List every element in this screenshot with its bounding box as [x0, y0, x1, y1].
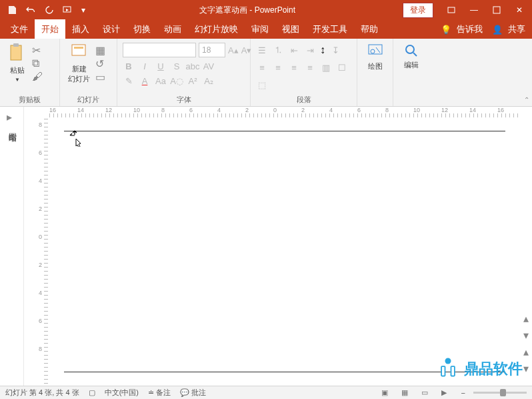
decrease-font-icon[interactable]: A▾: [241, 44, 252, 56]
change-case-icon[interactable]: Aa: [155, 75, 167, 87]
svg-rect-4: [13, 43, 19, 47]
zoom-out-icon[interactable]: −: [461, 389, 465, 397]
clear-format-icon[interactable]: A◌: [171, 75, 183, 87]
ribbon: 粘贴 ▼ ✂ ⧉ 🖌 剪贴板 新建 幻灯片 ▦ ↺ ▭ 幻灯片: [0, 39, 532, 107]
cut-icon[interactable]: ✂: [32, 44, 44, 55]
group-font: A▴ A▾ B I U S abc AV ✎ A Aa A◌ A² A₂ 字体: [117, 39, 251, 106]
group-slides: 新建 幻灯片 ▦ ↺ ▭ 幻灯片: [60, 39, 117, 106]
tab-view[interactable]: 视图: [275, 19, 306, 39]
slide-canvas[interactable]: [49, 119, 520, 375]
strike-icon[interactable]: S: [171, 60, 183, 72]
align-left-icon[interactable]: ≡: [256, 61, 268, 73]
svg-point-9: [406, 45, 414, 53]
group-paragraph: ☰ ⒈ ⇤ ⇥ ↕ ↧ ≡ ≡ ≡ ≡ ▥ ☐ ⬚ 段落: [251, 39, 357, 106]
sorter-view-icon[interactable]: ▦: [401, 388, 413, 398]
subscript-icon[interactable]: A₂: [203, 75, 215, 87]
tab-tellme[interactable]: 告诉我: [454, 19, 485, 39]
outline-pane: ▸ 缩略图: [0, 107, 24, 386]
reading-view-icon[interactable]: ▭: [421, 388, 433, 398]
tab-home[interactable]: 开始: [35, 19, 65, 39]
align-center-icon[interactable]: ≡: [272, 61, 284, 73]
copy-icon[interactable]: ⧉: [32, 57, 44, 68]
tab-design[interactable]: 设计: [96, 19, 127, 39]
group-clipboard: 粘贴 ▼ ✂ ⧉ 🖌 剪贴板: [0, 39, 60, 106]
svg-rect-6: [74, 47, 83, 49]
align-right-icon[interactable]: ≡: [288, 61, 300, 73]
close-icon[interactable]: ✕: [509, 3, 529, 17]
undo-icon[interactable]: [24, 3, 37, 17]
save-icon[interactable]: [5, 3, 19, 17]
section-icon[interactable]: ▭: [95, 71, 107, 81]
format-painter-icon[interactable]: 🖌: [32, 71, 44, 81]
notes-button[interactable]: ≐ 备注: [148, 388, 171, 398]
align-text-icon[interactable]: ☐: [336, 61, 348, 73]
language-indicator[interactable]: 中文(中国): [105, 388, 139, 398]
drawing-button[interactable]: 绘图: [363, 41, 387, 73]
normal-view-icon[interactable]: ▣: [381, 388, 393, 398]
layout-icon[interactable]: ▦: [95, 44, 107, 55]
convert-smartart-icon[interactable]: ⬚: [256, 79, 268, 91]
slide-border-top: [64, 131, 505, 131]
underline-icon[interactable]: U: [155, 60, 167, 72]
editing-button[interactable]: 编辑: [399, 41, 424, 71]
increase-font-icon[interactable]: A▴: [228, 44, 239, 56]
spellcheck-icon[interactable]: ▢: [89, 388, 95, 397]
increase-indent-icon[interactable]: ⇥: [304, 44, 316, 56]
expand-pane-icon[interactable]: ▸: [7, 111, 12, 123]
decrease-indent-icon[interactable]: ⇤: [288, 44, 300, 56]
title-bar: ▾ 文字遮罩动画 - PowerPoint 登录 — ✕: [0, 0, 532, 20]
text-direction-icon[interactable]: ↧: [329, 44, 341, 56]
lightbulb-icon: 💡: [441, 25, 451, 35]
tab-slideshow[interactable]: 幻灯片放映: [188, 19, 245, 39]
bullets-icon[interactable]: ☰: [256, 44, 268, 56]
highlight-icon[interactable]: ✎: [123, 75, 135, 87]
bold-icon[interactable]: B: [123, 60, 135, 72]
shadow-icon[interactable]: abc: [187, 60, 199, 72]
italic-icon[interactable]: I: [139, 60, 151, 72]
status-bar: 幻灯片 第 4 张, 共 4 张 ▢ 中文(中国) ≐ 备注 💬 批注 ▣ ▦ …: [0, 386, 532, 399]
maximize-icon[interactable]: [487, 3, 507, 17]
start-from-beginning-icon[interactable]: [61, 3, 75, 17]
minimize-icon[interactable]: —: [464, 3, 484, 17]
scroll-up-icon[interactable]: ▴: [523, 312, 529, 325]
tab-transitions[interactable]: 切换: [127, 19, 157, 39]
window-controls: — ✕: [439, 3, 532, 17]
reset-icon[interactable]: ↺: [95, 57, 107, 68]
spacing-icon[interactable]: AV: [203, 60, 215, 72]
vertical-scrollbar[interactable]: ▴ ▾ ▴ ▾: [521, 119, 531, 375]
tab-file[interactable]: 文件: [4, 19, 35, 39]
font-size-combo[interactable]: [199, 43, 225, 57]
paste-button[interactable]: 粘贴 ▼: [5, 41, 29, 84]
chevron-down-icon: ▼: [15, 77, 20, 83]
qat-dropdown-icon[interactable]: ▾: [80, 3, 87, 17]
login-button[interactable]: 登录: [403, 3, 433, 18]
tab-review[interactable]: 审阅: [245, 19, 275, 39]
prev-slide-icon[interactable]: ▴: [523, 346, 529, 358]
comments-button[interactable]: 💬 批注: [180, 388, 206, 398]
svg-rect-1: [448, 7, 455, 13]
tab-animations[interactable]: 动画: [157, 19, 188, 39]
font-name-combo[interactable]: [123, 43, 196, 57]
tab-developer[interactable]: 开发工具: [306, 19, 354, 39]
next-slide-icon[interactable]: ▾: [523, 362, 529, 375]
zoom-slider[interactable]: [473, 392, 527, 394]
columns-icon[interactable]: ▥: [320, 61, 332, 73]
tab-share[interactable]: 共享: [505, 19, 528, 39]
slideshow-view-icon[interactable]: ▶: [441, 388, 453, 398]
horizontal-ruler: 1614121086420246810121416: [49, 107, 520, 119]
font-color-icon[interactable]: A: [139, 75, 151, 87]
new-slide-button[interactable]: 新建 幻灯片: [65, 41, 93, 85]
superscript-icon[interactable]: A²: [187, 75, 199, 87]
numbering-icon[interactable]: ⒈: [272, 44, 284, 56]
group-editing: 编辑: [393, 39, 429, 106]
collapse-ribbon-icon[interactable]: ⌃: [524, 96, 529, 103]
tab-help[interactable]: 帮助: [354, 19, 385, 39]
redo-icon[interactable]: [43, 3, 56, 17]
scroll-down-icon[interactable]: ▾: [523, 329, 529, 342]
line-spacing-icon[interactable]: ↕: [320, 44, 325, 56]
tab-insert[interactable]: 插入: [65, 19, 96, 39]
ribbon-options-icon[interactable]: [441, 3, 461, 17]
justify-icon[interactable]: ≡: [304, 61, 316, 73]
slide-counter[interactable]: 幻灯片 第 4 张, 共 4 张: [5, 388, 79, 398]
ribbon-tabs: 文件 开始 插入 设计 切换 动画 幻灯片放映 审阅 视图 开发工具 帮助 💡 …: [0, 20, 532, 39]
